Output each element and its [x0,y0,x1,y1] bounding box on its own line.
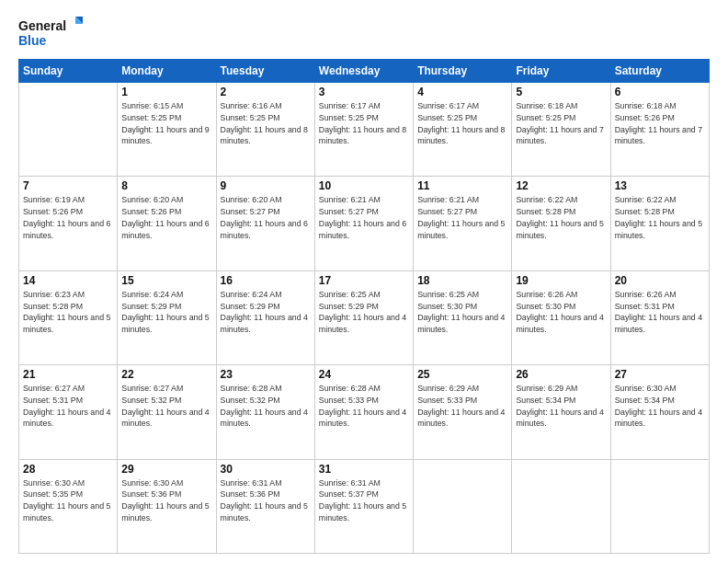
calendar-cell: 4Sunrise: 6:17 AM Sunset: 5:25 PM Daylig… [414,83,512,177]
calendar-cell: 11Sunrise: 6:21 AM Sunset: 5:27 PM Dayli… [414,177,512,270]
day-info: Sunrise: 6:21 AM Sunset: 5:27 PM Dayligh… [417,194,507,241]
day-header-wednesday: Wednesday [314,60,413,83]
day-info: Sunrise: 6:20 AM Sunset: 5:26 PM Dayligh… [121,194,211,241]
day-number: 20 [615,274,705,287]
day-number: 10 [319,179,409,192]
page: General Blue SundayMondayTuesdayWednesda… [0,0,728,563]
day-header-friday: Friday [512,60,610,83]
calendar-cell: 7Sunrise: 6:19 AM Sunset: 5:26 PM Daylig… [19,177,118,270]
day-info: Sunrise: 6:29 AM Sunset: 5:33 PM Dayligh… [417,383,507,430]
calendar-table: SundayMondayTuesdayWednesdayThursdayFrid… [18,59,710,554]
day-number: 15 [121,274,211,287]
calendar-cell: 2Sunrise: 6:16 AM Sunset: 5:25 PM Daylig… [216,83,314,177]
calendar-cell: 23Sunrise: 6:28 AM Sunset: 5:32 PM Dayli… [216,365,314,459]
calendar-cell: 16Sunrise: 6:24 AM Sunset: 5:29 PM Dayli… [216,270,314,364]
day-number: 11 [417,179,507,192]
calendar-cell: 8Sunrise: 6:20 AM Sunset: 5:26 PM Daylig… [118,177,216,270]
day-number: 21 [23,368,113,381]
svg-text:General: General [18,18,66,33]
calendar-cell: 30Sunrise: 6:31 AM Sunset: 5:36 PM Dayli… [216,459,314,553]
logo: General Blue [18,15,83,52]
calendar-week-4: 21Sunrise: 6:27 AM Sunset: 5:31 PM Dayli… [19,365,710,459]
day-header-sunday: Sunday [19,60,118,83]
calendar-week-2: 7Sunrise: 6:19 AM Sunset: 5:26 PM Daylig… [19,177,710,270]
day-info: Sunrise: 6:15 AM Sunset: 5:25 PM Dayligh… [121,100,211,147]
day-number: 2 [221,86,311,98]
calendar-cell: 20Sunrise: 6:26 AM Sunset: 5:31 PM Dayli… [610,270,709,364]
day-info: Sunrise: 6:30 AM Sunset: 5:36 PM Dayligh… [121,477,211,524]
day-info: Sunrise: 6:18 AM Sunset: 5:26 PM Dayligh… [615,100,705,147]
day-header-saturday: Saturday [610,60,709,83]
day-info: Sunrise: 6:24 AM Sunset: 5:29 PM Dayligh… [221,289,311,336]
day-info: Sunrise: 6:18 AM Sunset: 5:25 PM Dayligh… [516,100,606,147]
day-info: Sunrise: 6:27 AM Sunset: 5:32 PM Dayligh… [121,383,211,430]
calendar-cell: 14Sunrise: 6:23 AM Sunset: 5:28 PM Dayli… [19,270,118,364]
calendar-cell: 29Sunrise: 6:30 AM Sunset: 5:36 PM Dayli… [118,459,216,553]
day-info: Sunrise: 6:28 AM Sunset: 5:33 PM Dayligh… [319,383,409,430]
calendar-cell: 6Sunrise: 6:18 AM Sunset: 5:26 PM Daylig… [610,83,709,177]
day-number: 4 [417,86,507,98]
calendar-cell: 10Sunrise: 6:21 AM Sunset: 5:27 PM Dayli… [314,177,413,270]
day-number: 13 [615,179,705,192]
calendar-week-1: 1Sunrise: 6:15 AM Sunset: 5:25 PM Daylig… [19,83,710,177]
calendar-cell: 25Sunrise: 6:29 AM Sunset: 5:33 PM Dayli… [414,365,512,459]
calendar-cell: 12Sunrise: 6:22 AM Sunset: 5:28 PM Dayli… [512,177,610,270]
day-number: 9 [221,179,311,192]
calendar-cell: 22Sunrise: 6:27 AM Sunset: 5:32 PM Dayli… [118,365,216,459]
day-number: 26 [516,368,606,381]
day-info: Sunrise: 6:25 AM Sunset: 5:29 PM Dayligh… [319,289,409,336]
calendar-cell: 28Sunrise: 6:30 AM Sunset: 5:35 PM Dayli… [19,459,118,553]
calendar-cell: 1Sunrise: 6:15 AM Sunset: 5:25 PM Daylig… [118,83,216,177]
day-number: 31 [319,463,409,476]
calendar-cell [19,83,118,177]
day-number: 16 [221,274,311,287]
day-number: 28 [23,463,113,476]
day-info: Sunrise: 6:28 AM Sunset: 5:32 PM Dayligh… [221,383,311,430]
calendar-week-5: 28Sunrise: 6:30 AM Sunset: 5:35 PM Dayli… [19,459,710,553]
calendar-cell: 24Sunrise: 6:28 AM Sunset: 5:33 PM Dayli… [314,365,413,459]
day-info: Sunrise: 6:29 AM Sunset: 5:34 PM Dayligh… [516,383,606,430]
day-info: Sunrise: 6:19 AM Sunset: 5:26 PM Dayligh… [23,194,113,241]
calendar-cell [610,459,709,553]
calendar-cell [414,459,512,553]
day-number: 1 [121,86,211,98]
calendar-cell [512,459,610,553]
calendar-cell: 18Sunrise: 6:25 AM Sunset: 5:30 PM Dayli… [414,270,512,364]
calendar-cell: 17Sunrise: 6:25 AM Sunset: 5:29 PM Dayli… [314,270,413,364]
day-info: Sunrise: 6:30 AM Sunset: 5:35 PM Dayligh… [23,477,113,524]
day-info: Sunrise: 6:23 AM Sunset: 5:28 PM Dayligh… [23,289,113,336]
day-info: Sunrise: 6:16 AM Sunset: 5:25 PM Dayligh… [221,100,311,147]
generalblue-logo-icon: General Blue [18,15,83,52]
day-info: Sunrise: 6:26 AM Sunset: 5:31 PM Dayligh… [615,289,705,336]
day-number: 7 [23,179,113,192]
day-number: 18 [417,274,507,287]
calendar-cell: 15Sunrise: 6:24 AM Sunset: 5:29 PM Dayli… [118,270,216,364]
day-info: Sunrise: 6:17 AM Sunset: 5:25 PM Dayligh… [417,100,507,147]
header: General Blue [18,15,710,52]
day-number: 24 [319,368,409,381]
calendar-cell: 3Sunrise: 6:17 AM Sunset: 5:25 PM Daylig… [314,83,413,177]
day-number: 23 [221,368,311,381]
day-number: 29 [121,463,211,476]
day-info: Sunrise: 6:24 AM Sunset: 5:29 PM Dayligh… [121,289,211,336]
day-number: 27 [615,368,705,381]
day-info: Sunrise: 6:30 AM Sunset: 5:34 PM Dayligh… [615,383,705,430]
calendar-cell: 21Sunrise: 6:27 AM Sunset: 5:31 PM Dayli… [19,365,118,459]
day-info: Sunrise: 6:25 AM Sunset: 5:30 PM Dayligh… [417,289,507,336]
calendar-week-3: 14Sunrise: 6:23 AM Sunset: 5:28 PM Dayli… [19,270,710,364]
day-number: 14 [23,274,113,287]
day-info: Sunrise: 6:31 AM Sunset: 5:37 PM Dayligh… [319,477,409,524]
day-number: 22 [121,368,211,381]
calendar-cell: 5Sunrise: 6:18 AM Sunset: 5:25 PM Daylig… [512,83,610,177]
day-number: 19 [516,274,606,287]
day-info: Sunrise: 6:20 AM Sunset: 5:27 PM Dayligh… [221,194,311,241]
calendar-cell: 9Sunrise: 6:20 AM Sunset: 5:27 PM Daylig… [216,177,314,270]
day-number: 12 [516,179,606,192]
day-number: 17 [319,274,409,287]
calendar-cell: 13Sunrise: 6:22 AM Sunset: 5:28 PM Dayli… [610,177,709,270]
day-number: 6 [615,86,705,98]
day-header-tuesday: Tuesday [216,60,314,83]
day-info: Sunrise: 6:17 AM Sunset: 5:25 PM Dayligh… [319,100,409,147]
svg-text:Blue: Blue [18,33,47,48]
day-info: Sunrise: 6:21 AM Sunset: 5:27 PM Dayligh… [319,194,409,241]
